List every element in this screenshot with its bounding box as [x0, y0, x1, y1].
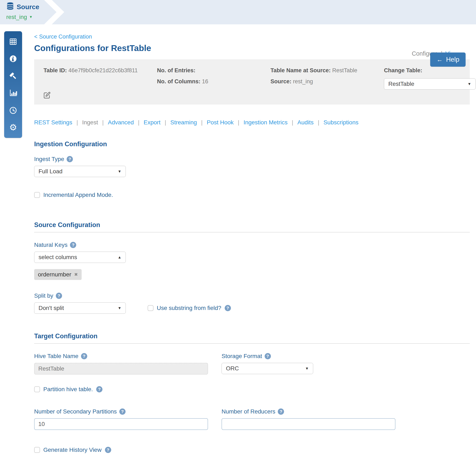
source-switcher[interactable]: rest_ing ▼: [6, 14, 39, 20]
ingest-type-label-row: Ingest Type ?: [34, 156, 470, 163]
partition-row: Partition hive table. ?: [34, 386, 470, 393]
tab-ingest[interactable]: Ingest: [82, 119, 98, 126]
ingest-type-select[interactable]: Full Load ▼: [34, 166, 126, 177]
source-table-cell: Table Name at Source: RestTable Source: …: [271, 67, 384, 90]
tab-separator: |: [292, 119, 293, 126]
storage-format-label-row: Storage Format ?: [221, 353, 470, 360]
edit-table-icon[interactable]: [43, 92, 51, 100]
selected-key-label: ordernumber: [38, 271, 71, 278]
tables-grid-icon[interactable]: [9, 37, 17, 46]
partition-checkbox[interactable]: [34, 386, 40, 392]
tab-separator: |: [76, 119, 78, 126]
bar-chart-icon[interactable]: [9, 89, 17, 97]
tab-rest-settings[interactable]: REST Settings: [34, 119, 72, 126]
breadcrumb-label: Source Configuration: [39, 34, 92, 40]
help-circle-icon[interactable]: ?: [56, 293, 62, 299]
breadcrumb[interactable]: < Source Configuration: [34, 34, 92, 40]
reducers-label: Number of Reducers: [221, 408, 275, 415]
hive-table-name-input: [34, 363, 208, 374]
change-table-select[interactable]: RestTable ▼: [384, 78, 476, 90]
chevron-down-icon: ▼: [118, 306, 121, 310]
help-circle-icon[interactable]: ?: [105, 447, 111, 453]
settings-tab-bar: REST Settings | Ingest | Advanced | Expo…: [34, 119, 470, 126]
tab-separator: |: [138, 119, 139, 126]
database-icon: [6, 2, 14, 12]
table-name-label: Table Name at Source:: [271, 67, 331, 74]
remove-key-icon[interactable]: ✖: [74, 272, 78, 277]
incremental-append-checkbox[interactable]: [34, 192, 40, 198]
reducers-label-row: Number of Reducers ?: [221, 408, 470, 415]
ingest-type-selected-value: Full Load: [39, 168, 62, 175]
secondary-partitions-label-row: Number of Secondary Partitions ?: [34, 408, 221, 415]
entries-label: No. of Entries:: [157, 67, 196, 74]
page-title: Configurations for RestTable: [34, 43, 470, 53]
change-table-selected-value: RestTable: [388, 81, 414, 87]
help-circle-icon[interactable]: ?: [225, 305, 231, 311]
chevron-left-icon: <: [34, 34, 37, 40]
columns-label: No. of Columns:: [157, 78, 200, 85]
history-view-checkbox[interactable]: [34, 447, 40, 453]
storage-format-field: Storage Format ? ORC ▼: [221, 353, 470, 374]
help-circle-icon[interactable]: ?: [81, 353, 87, 359]
source-configuration-heading: Source Configuration: [34, 221, 470, 233]
split-by-select[interactable]: Don't split ▼: [34, 302, 126, 314]
tab-audits[interactable]: Audits: [297, 119, 314, 126]
tab-separator: |: [165, 119, 166, 126]
breadcrumb-chevron-graphic: [44, 0, 65, 25]
table-id-value: 46e7f9b0cfe21d22c6b3f811: [68, 67, 138, 74]
tab-streaming[interactable]: Streaming: [170, 119, 197, 126]
change-table-cell: Change Table: RestTable ▼: [384, 67, 476, 90]
history-view-label: Generate History View: [43, 447, 102, 453]
ingestion-configuration-heading: Ingestion Configuration: [34, 140, 470, 148]
brand-block: Source rest_ing ▼: [6, 2, 39, 20]
help-circle-icon[interactable]: ?: [265, 353, 271, 359]
natural-keys-select[interactable]: select columns ▲: [34, 252, 126, 263]
hive-table-label-row: Hive Table Name ?: [34, 353, 221, 360]
help-circle-icon[interactable]: ?: [70, 242, 76, 248]
gavel-icon[interactable]: [9, 72, 17, 80]
gear-icon[interactable]: ⚙: [9, 123, 17, 132]
help-button[interactable]: ← Help: [430, 52, 466, 67]
hive-table-field: Hive Table Name ?: [34, 353, 221, 374]
help-circle-icon[interactable]: ?: [119, 408, 126, 415]
tab-post-hook[interactable]: Post Hook: [207, 119, 234, 126]
table-id-cell: Table ID: 46e7f9b0cfe21d22c6b3f811: [43, 67, 157, 90]
tab-separator: |: [238, 119, 239, 126]
secondary-partitions-input[interactable]: [34, 418, 208, 430]
history-view-row: Generate History View ?: [34, 447, 470, 453]
help-button-label: Help: [446, 56, 459, 63]
split-by-selected-value: Don't split: [39, 305, 64, 311]
natural-keys-label-row: Natural Keys ?: [34, 242, 470, 248]
tab-subscriptions[interactable]: Subscriptions: [323, 119, 358, 126]
ingest-type-label: Ingest Type: [34, 156, 64, 163]
hive-table-label: Hive Table Name: [34, 353, 78, 360]
table-id-label: Table ID:: [43, 67, 67, 74]
tab-advanced[interactable]: Advanced: [108, 119, 134, 126]
incremental-append-label: Incremental Append Mode.: [43, 192, 113, 198]
storage-format-select[interactable]: ORC ▼: [221, 363, 313, 374]
help-circle-icon[interactable]: ?: [67, 156, 73, 162]
natural-keys-label: Natural Keys: [34, 242, 68, 248]
split-by-label-row: Split by ?: [34, 293, 470, 299]
reducers-input[interactable]: [221, 418, 395, 430]
chevron-down-icon: ▼: [118, 169, 121, 174]
tab-ingestion-metrics[interactable]: Ingestion Metrics: [243, 119, 288, 126]
left-nav-sidebar: ⚙: [4, 31, 22, 138]
help-circle-icon[interactable]: ?: [96, 386, 102, 392]
selected-key-tag: ordernumber ✖: [34, 269, 82, 280]
substring-row: Use substring from field? ?: [148, 305, 231, 311]
natural-keys-placeholder: select columns: [39, 254, 77, 261]
storage-format-label: Storage Format: [221, 353, 262, 360]
info-icon[interactable]: [9, 55, 17, 63]
incremental-append-row: Incremental Append Mode.: [34, 192, 470, 198]
columns-value: 16: [202, 78, 208, 85]
substring-label: Use substring from field?: [157, 305, 221, 311]
chevron-down-icon: ▼: [29, 15, 33, 19]
clock-icon[interactable]: [9, 106, 17, 115]
help-circle-icon[interactable]: ?: [278, 408, 284, 415]
table-info-bar: Table ID: 46e7f9b0cfe21d22c6b3f811 No. o…: [34, 59, 470, 104]
tab-export[interactable]: Export: [144, 119, 161, 126]
entries-columns-cell: No. of Entries: No. of Columns: 16: [157, 67, 271, 90]
substring-checkbox[interactable]: [148, 305, 153, 311]
reducers-field: Number of Reducers ?: [221, 408, 470, 430]
